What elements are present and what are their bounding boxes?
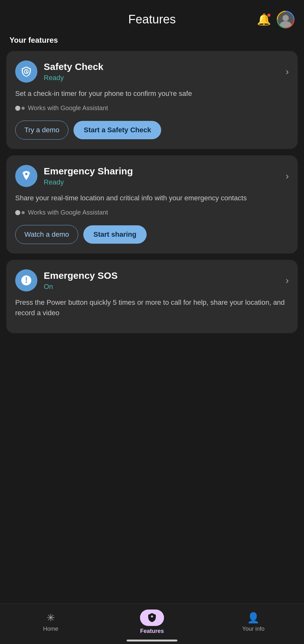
shield-clock-icon <box>20 66 32 78</box>
safety-check-assistant-text: Works with Google Assistant <box>28 104 108 112</box>
emergency-sharing-status: Ready <box>44 178 133 186</box>
nav-your-info[interactable]: 👤 Your info <box>234 612 272 632</box>
safety-check-title-block: Safety Check Ready <box>44 61 103 82</box>
svg-point-1 <box>280 21 291 28</box>
header: Features 🔔 <box>0 0 304 33</box>
notification-bell[interactable]: 🔔 <box>257 13 271 26</box>
safety-check-card: Safety Check Ready › Set a check-in time… <box>6 51 298 149</box>
dot-large <box>15 106 20 111</box>
card-header: Emergency SOS On › <box>15 269 289 291</box>
try-demo-button[interactable]: Try a demo <box>15 121 68 140</box>
emergency-sharing-actions: Watch a demo Start sharing <box>15 225 289 244</box>
safety-check-actions: Try a demo Start a Safety Check <box>15 121 289 140</box>
emergency-sharing-title-block: Emergency Sharing Ready <box>44 166 133 186</box>
nav-your-info-label: Your info <box>242 626 264 632</box>
safety-check-description: Set a check-in timer for your phone to c… <box>15 88 289 99</box>
nav-features[interactable]: + Features <box>133 610 171 635</box>
emergency-sos-description: Press the Power button quickly 5 times o… <box>15 297 289 318</box>
section-label: Your features <box>0 33 304 51</box>
location-wifi-icon <box>20 170 32 182</box>
emergency-sharing-title: Emergency Sharing <box>44 166 133 177</box>
emergency-sos-status: On <box>44 283 117 291</box>
card-header: Emergency Sharing Ready › <box>15 165 289 187</box>
safety-check-icon-circle <box>15 60 37 83</box>
start-safety-check-button[interactable]: Start a Safety Check <box>73 121 161 139</box>
safety-check-status: Ready <box>44 74 103 82</box>
emergency-sos-title-block: Emergency SOS On <box>44 270 117 291</box>
avatar-person-icon <box>278 12 294 28</box>
emergency-sharing-card: Emergency Sharing Ready › Share your rea… <box>6 155 298 253</box>
card-header: Safety Check Ready › <box>15 60 289 83</box>
avatar[interactable] <box>277 11 294 28</box>
avatar-inner <box>278 12 294 28</box>
dot-small <box>22 211 25 214</box>
dot-large <box>15 210 20 215</box>
cards-container: Safety Check Ready › Set a check-in time… <box>0 51 304 340</box>
card-header-left: Emergency Sharing Ready <box>15 165 133 187</box>
card-header-left: Safety Check Ready <box>15 60 103 83</box>
emergency-sos-icon-circle <box>15 269 37 291</box>
home-bar <box>127 640 177 641</box>
sos-icon <box>20 274 32 286</box>
emergency-sos-chevron-icon[interactable]: › <box>286 275 289 286</box>
card-header-left: Emergency SOS On <box>15 269 117 291</box>
watch-demo-button[interactable]: Watch a demo <box>15 225 78 244</box>
nav-home-label: Home <box>43 626 58 632</box>
safety-check-title: Safety Check <box>44 61 103 72</box>
nav-features-label: Features <box>140 628 164 635</box>
assistant-dots-icon <box>15 106 25 111</box>
dot-small <box>22 107 25 110</box>
safety-check-chevron-icon[interactable]: › <box>286 66 289 77</box>
emergency-sos-card: Emergency SOS On › Press the Power butto… <box>6 260 298 333</box>
home-asterisk-icon: ✳ <box>47 612 55 624</box>
features-shield-icon: + <box>147 613 157 623</box>
nav-home[interactable]: ✳ Home <box>32 612 70 632</box>
start-sharing-button[interactable]: Start sharing <box>83 225 147 244</box>
emergency-sharing-assistant-row: Works with Google Assistant <box>15 209 289 216</box>
notification-dot <box>267 14 270 17</box>
nav-features-pill: + <box>140 610 164 626</box>
emergency-sharing-assistant-text: Works with Google Assistant <box>28 209 108 216</box>
emergency-sos-title: Emergency SOS <box>44 270 117 281</box>
emergency-sharing-icon-circle <box>15 165 37 187</box>
safety-check-assistant-row: Works with Google Assistant <box>15 104 289 112</box>
svg-point-0 <box>282 15 289 21</box>
emergency-sharing-description: Share your real-time location and critic… <box>15 193 289 203</box>
bottom-nav: ✳ Home + Features 👤 Your info <box>0 603 304 644</box>
assistant-dots-icon <box>15 210 25 215</box>
header-actions: 🔔 <box>257 11 294 28</box>
emergency-sharing-chevron-icon[interactable]: › <box>286 171 289 181</box>
page-title: Features <box>128 13 176 26</box>
your-info-person-icon: 👤 <box>247 612 260 624</box>
